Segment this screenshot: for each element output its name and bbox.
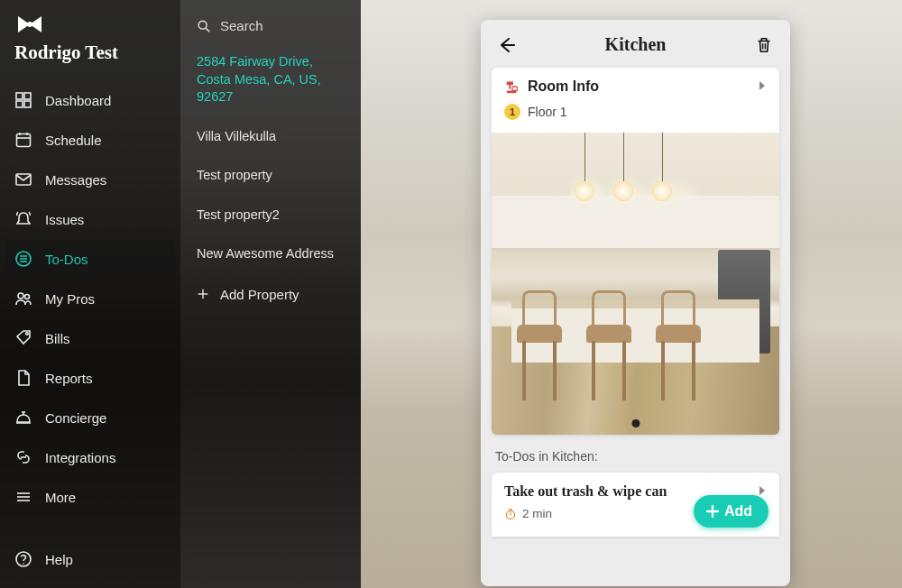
floor-label: Floor 1 — [528, 105, 567, 119]
svg-point-25 — [23, 563, 24, 565]
sidebar-item-dashboard[interactable]: Dashboard — [0, 80, 180, 120]
add-property-label: Add Property — [220, 287, 299, 302]
add-property-button[interactable]: Add Property — [180, 274, 361, 315]
detail-panel: Kitchen Room Info 1 Floor 1 — [481, 20, 790, 586]
svg-rect-2 — [24, 93, 31, 99]
document-icon — [14, 369, 32, 387]
sidebar-item-schedule[interactable]: Schedule — [0, 120, 180, 160]
back-button[interactable] — [497, 35, 517, 55]
sidebar-item-concierge[interactable]: Concierge — [0, 398, 180, 437]
sidebar-item-label: Bills — [45, 331, 70, 346]
room-info-label: Room Info — [528, 78, 599, 95]
app-logo-icon — [14, 13, 45, 36]
menu-icon — [14, 488, 32, 506]
sidebar-item-label: To-Dos — [45, 252, 88, 267]
svg-line-27 — [206, 28, 209, 32]
carousel-dot[interactable] — [631, 419, 640, 427]
sidebar-item-integrations[interactable]: Integrations — [0, 437, 180, 477]
room-info-card[interactable]: Room Info 1 Floor 1 — [492, 68, 779, 435]
help-icon — [14, 550, 32, 568]
property-label: Test property — [197, 168, 272, 182]
sidebar-item-bills[interactable]: Bills — [0, 318, 180, 358]
sidebar-item-label: Concierge — [45, 410, 106, 426]
property-panel: Search 2584 Fairway Drive, Costa Mesa, C… — [180, 0, 361, 588]
main-sidebar: Rodrigo Test Dashboard Schedule Messages… — [0, 0, 180, 588]
chevron-right-icon — [758, 485, 767, 496]
sidebar-item-more[interactable]: More — [0, 477, 180, 517]
dashboard-icon — [14, 91, 32, 109]
todo-duration: 2 min — [522, 507, 552, 520]
sidebar-item-label: More — [45, 490, 76, 505]
sidebar-item-label: Integrations — [45, 450, 115, 465]
sidebar-item-help[interactable]: Help — [0, 539, 180, 579]
mixer-icon — [504, 78, 520, 95]
property-label: 2584 Fairway Drive, Costa Mesa, CA, US, … — [197, 54, 321, 104]
svg-point-15 — [25, 295, 30, 299]
link-icon — [14, 448, 32, 466]
svg-rect-1 — [16, 93, 23, 99]
sidebar-item-label: Help — [45, 552, 73, 567]
add-button-label: Add — [724, 503, 752, 519]
svg-point-0 — [27, 22, 32, 27]
tag-icon — [14, 329, 32, 347]
bell-icon — [14, 210, 32, 228]
property-item-active[interactable]: 2584 Fairway Drive, Costa Mesa, CA, US, … — [180, 42, 361, 117]
sidebar-item-issues[interactable]: Issues — [0, 199, 180, 239]
svg-rect-33 — [512, 87, 517, 91]
detail-header: Kitchen — [492, 29, 779, 68]
plus-icon — [706, 505, 719, 518]
calendar-icon — [14, 131, 32, 149]
svg-rect-3 — [16, 101, 23, 107]
list-icon — [14, 250, 32, 268]
property-item[interactable]: Test property — [180, 156, 361, 196]
floor-row: 1 Floor 1 — [492, 98, 779, 133]
room-photo[interactable] — [492, 133, 779, 435]
room-info-header: Room Info — [492, 68, 779, 98]
sidebar-item-messages[interactable]: Messages — [0, 160, 180, 199]
svg-rect-4 — [24, 101, 31, 107]
add-button[interactable]: Add — [694, 495, 769, 528]
svg-rect-5 — [17, 134, 31, 147]
svg-point-16 — [26, 333, 29, 335]
sidebar-item-reports[interactable]: Reports — [0, 358, 180, 398]
property-label: Villa Villekulla — [197, 129, 276, 143]
property-item[interactable]: Villa Villekulla — [180, 117, 361, 157]
todos-section-label: To-Dos in Kitchen: — [492, 447, 779, 473]
plus-icon — [197, 288, 209, 300]
svg-point-14 — [18, 293, 23, 299]
todo-card[interactable]: Take out trash & wipe can 2 min Add — [492, 473, 779, 537]
property-item[interactable]: New Awesome Address — [180, 234, 361, 274]
detail-title: Kitchen — [605, 34, 667, 55]
concierge-icon — [14, 409, 32, 427]
svg-point-26 — [198, 21, 207, 29]
sidebar-item-todos[interactable]: To-Dos — [5, 239, 175, 279]
sidebar-item-label: Schedule — [45, 133, 102, 148]
property-item[interactable]: Test property2 — [180, 196, 361, 235]
sidebar-item-label: Messages — [45, 172, 106, 188]
search-label: Search — [220, 18, 263, 33]
sidebar-item-label: My Pros — [45, 291, 95, 307]
sidebar-item-label: Dashboard — [45, 93, 111, 108]
delete-button[interactable] — [754, 35, 774, 55]
property-label: Test property2 — [197, 207, 280, 222]
stopwatch-icon — [504, 508, 517, 520]
search-icon — [197, 19, 211, 33]
brand-title: Rodrigo Test — [0, 40, 180, 80]
search-input[interactable]: Search — [180, 0, 361, 42]
sidebar-item-label: Reports — [45, 371, 93, 386]
sidebar-item-label: Issues — [45, 212, 84, 227]
chevron-right-icon — [758, 80, 767, 91]
property-label: New Awesome Address — [197, 246, 334, 261]
sidebar-item-mypros[interactable]: My Pros — [0, 279, 180, 318]
floor-badge-icon: 1 — [504, 104, 520, 120]
people-icon — [14, 289, 32, 308]
envelope-icon — [14, 170, 32, 188]
